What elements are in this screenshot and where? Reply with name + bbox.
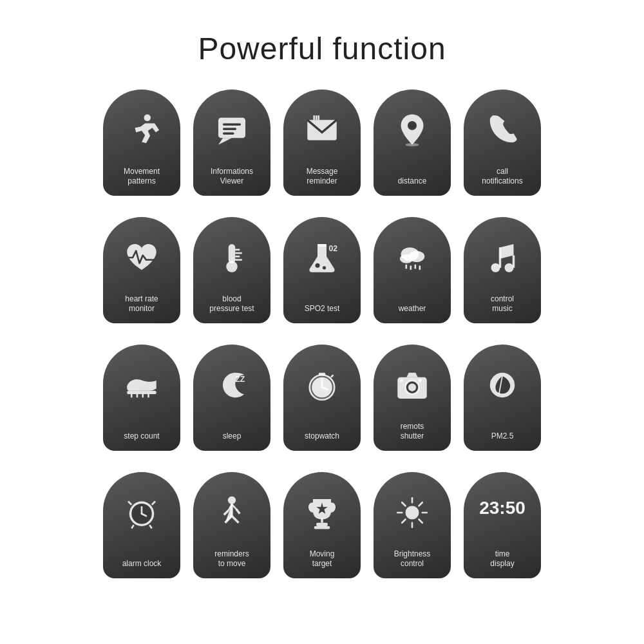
svg-point-48 <box>419 379 422 382</box>
svg-line-59 <box>149 525 152 528</box>
feature-remots-shutter: remotsshutter <box>374 345 451 451</box>
svg-rect-18 <box>317 244 327 247</box>
alarm-icon <box>119 490 164 535</box>
remots-shutter-label: remotsshutter <box>397 422 428 442</box>
feature-moving-target: Movingtarget <box>283 472 361 578</box>
svg-marker-2 <box>218 138 232 145</box>
svg-line-80 <box>402 520 405 523</box>
svg-rect-68 <box>316 523 328 526</box>
weather-label: weather <box>395 304 430 314</box>
heart-pulse-icon <box>119 235 164 280</box>
feature-weather: weather <box>374 217 451 323</box>
svg-line-79 <box>419 502 422 506</box>
feature-call-notifications: callnotifications <box>464 90 541 196</box>
svg-point-31 <box>491 263 500 272</box>
svg-rect-26 <box>410 265 412 270</box>
svg-line-78 <box>419 520 422 523</box>
feature-message-reminder: Messagereminder <box>283 90 361 196</box>
movement-patterns-label: Movementpatterns <box>120 167 164 187</box>
informations-viewer-label: InformationsViewer <box>207 167 257 187</box>
svg-rect-27 <box>415 265 417 269</box>
svg-line-67 <box>236 509 240 514</box>
svg-point-20 <box>316 263 320 268</box>
feature-informations-viewer: InformationsViewer <box>193 90 270 196</box>
svg-point-0 <box>144 115 151 122</box>
message-lines-icon <box>209 108 254 153</box>
envelope-icon <box>299 108 345 153</box>
svg-text:ZZ: ZZ <box>235 375 245 384</box>
feature-spo2-test: 02 SPO2 test <box>283 217 361 323</box>
pm25-label: PM2.5 <box>488 431 518 442</box>
svg-line-56 <box>128 502 131 505</box>
sleep-label: sleep <box>219 431 245 442</box>
call-notifications-label: callnotifications <box>478 167 526 187</box>
svg-point-21 <box>323 266 326 269</box>
run-icon <box>119 108 164 153</box>
svg-rect-28 <box>419 265 421 270</box>
svg-rect-43 <box>319 373 326 375</box>
features-grid: Movementpatterns InformationsViewer <box>64 90 580 588</box>
time-value: 23:50 <box>479 499 526 517</box>
svg-line-58 <box>131 525 134 528</box>
feature-brightness-control: Brightnesscontrol <box>374 472 451 578</box>
thermometer-icon <box>209 235 254 280</box>
flask-icon: 02 <box>299 235 345 280</box>
feature-heart-rate-monitor: heart ratemonitor <box>103 217 180 323</box>
moon-icon: ZZ <box>209 363 254 408</box>
shoe-icon <box>119 363 164 408</box>
svg-point-60 <box>228 497 236 504</box>
stopwatch-label: stopwatch <box>301 431 343 442</box>
feature-reminders-to-move: remindersto move <box>193 472 270 578</box>
svg-point-10 <box>408 121 417 130</box>
feature-time-display: 23:50 timedisplay <box>464 472 541 578</box>
page-title: Powerful function <box>198 31 446 66</box>
camera-icon <box>390 363 435 408</box>
feature-stopwatch: stopwatch <box>283 345 361 451</box>
stopwatch-icon <box>299 363 345 408</box>
svg-line-44 <box>331 375 334 377</box>
svg-point-24 <box>400 254 413 263</box>
spo2-test-label: SPO2 test <box>301 304 344 314</box>
heart-rate-monitor-label: heart ratemonitor <box>121 294 162 314</box>
phone-icon <box>480 108 525 153</box>
person-sit-icon <box>209 490 254 535</box>
svg-rect-12 <box>229 244 236 263</box>
moving-target-label: Movingtarget <box>306 549 339 569</box>
feature-sleep: ZZ sleep <box>193 345 270 451</box>
svg-point-72 <box>406 506 419 520</box>
leaf-icon <box>480 363 525 408</box>
step-count-label: step count <box>120 431 163 442</box>
svg-rect-4 <box>223 128 236 131</box>
svg-rect-5 <box>223 133 234 135</box>
svg-point-11 <box>406 143 419 146</box>
brightness-control-label: Brightnesscontrol <box>390 549 435 569</box>
feature-blood-pressure-test: bloodpressure test <box>193 217 270 323</box>
svg-text:02: 02 <box>329 244 338 253</box>
svg-rect-49 <box>400 379 403 382</box>
control-music-label: controlmusic <box>487 294 518 314</box>
reminders-to-move-label: remindersto move <box>211 549 252 569</box>
time-display-label: timedisplay <box>486 549 518 569</box>
feature-pm25: PM2.5 <box>464 345 541 451</box>
alarm-clock-label: alarm clock <box>118 559 166 569</box>
time-icon: 23:50 <box>480 486 525 531</box>
sun-icon <box>390 490 435 535</box>
svg-rect-3 <box>223 124 241 126</box>
svg-rect-69 <box>314 526 330 529</box>
svg-rect-25 <box>406 265 408 269</box>
feature-control-music: controlmusic <box>464 217 541 323</box>
svg-line-65 <box>232 516 239 523</box>
svg-rect-33 <box>127 391 156 394</box>
trophy-icon <box>299 490 345 535</box>
svg-point-32 <box>505 263 514 272</box>
svg-line-66 <box>224 511 229 515</box>
location-icon <box>390 108 435 153</box>
svg-line-77 <box>402 502 405 506</box>
svg-line-57 <box>152 502 155 505</box>
cloud-rain-icon <box>390 235 435 280</box>
feature-distance: distance <box>374 90 451 196</box>
blood-pressure-test-label: bloodpressure test <box>205 294 258 314</box>
feature-movement-patterns: Movementpatterns <box>103 90 180 196</box>
feature-step-count: step count <box>103 345 180 451</box>
svg-point-47 <box>408 383 416 391</box>
